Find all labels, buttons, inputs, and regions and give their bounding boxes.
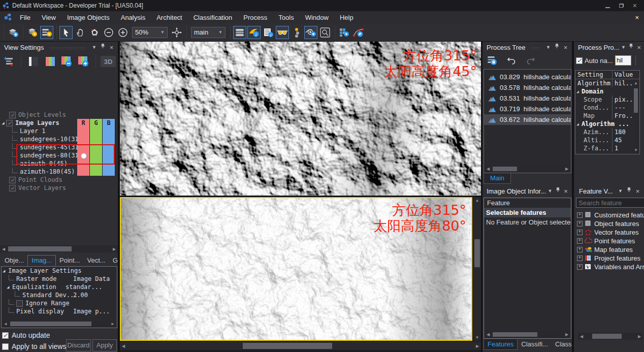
checkbox[interactable] (16, 300, 23, 307)
zoom-region-button[interactable] (88, 26, 101, 39)
chevron-down-icon[interactable]: ▼ (546, 187, 554, 196)
map-view-bottom-image-area[interactable]: 方位角315° 太阳高度角80° (120, 197, 472, 341)
chevron-down-icon[interactable]: ▼ (616, 187, 625, 196)
navigate-view-button[interactable] (170, 26, 183, 39)
toolbar-grip[interactable] (334, 26, 336, 39)
vertical-scrollbar[interactable]: ▲ ▼ (633, 80, 639, 153)
scrollbar-track[interactable] (633, 86, 639, 147)
tab-image[interactable]: Imag... (27, 255, 56, 266)
expander-icon[interactable]: ◢ (575, 89, 582, 94)
menu-image-objects[interactable]: Image Objects (61, 14, 115, 21)
feature-group[interactable]: + Customized features (576, 211, 644, 219)
scrollbar-thumb[interactable] (634, 88, 638, 113)
viewer-horizontal-scrollbar[interactable]: ◀ ▶ (120, 342, 481, 350)
toolbar-grip[interactable] (185, 26, 187, 39)
channel-cell[interactable] (77, 168, 90, 176)
channel-cell[interactable] (77, 151, 90, 159)
menu-classification[interactable]: Classification (188, 14, 238, 21)
new-workspace-button[interactable] (7, 26, 20, 39)
toggle-3d-button[interactable]: 3D (101, 56, 116, 67)
channel-cell[interactable] (103, 168, 115, 176)
scrollbar-track[interactable] (585, 333, 636, 340)
close-document-icon[interactable]: × (635, 14, 639, 21)
menu-analysis[interactable]: Analysis (115, 14, 151, 21)
expand-plus-icon[interactable]: + (577, 230, 583, 235)
expand-plus-icon[interactable]: + (577, 212, 583, 218)
channel-cell[interactable] (90, 151, 103, 159)
object-hierarchy-button[interactable] (290, 26, 303, 39)
vertical-scrollbar[interactable]: ▲ ▼ (473, 197, 481, 341)
process-tree-tab-main[interactable]: Main (484, 173, 511, 184)
channel-cell[interactable] (77, 159, 90, 168)
scrollbar-track[interactable] (9, 321, 109, 327)
map-view-bottom[interactable]: 方位角315° 太阳高度角80° ▲ ▼ (120, 197, 481, 341)
tab-classification[interactable]: Classifi... (518, 339, 552, 349)
expand-plus-icon[interactable]: + (577, 238, 583, 244)
prop-row[interactable]: Azim... 180 (575, 128, 639, 136)
panel-drag-handle[interactable] (49, 47, 86, 50)
scrollbar-track[interactable] (492, 331, 563, 338)
expander-icon[interactable]: ◢ (0, 120, 6, 125)
tree-item-vector-layers[interactable]: ✓ Vector Layers (0, 184, 118, 192)
channel-cell[interactable] (77, 143, 90, 151)
checkbox[interactable]: ✓ (9, 185, 16, 191)
prop-group-row[interactable]: ◢ Algorithm ... (575, 120, 639, 128)
close-icon[interactable]: × (562, 187, 570, 196)
process-item-selected[interactable]: 03.672 hillshade calculation (484, 114, 571, 125)
checkbox[interactable]: ✓ (6, 120, 13, 126)
channel-cell[interactable] (103, 151, 115, 159)
horizontal-scrollbar[interactable]: ◀ ▶ (485, 166, 570, 172)
scrollbar-thumb[interactable] (493, 332, 537, 337)
menu-tools[interactable]: Tools (273, 14, 299, 21)
scroll-right-icon[interactable]: ▶ (636, 333, 643, 340)
chevron-down-icon[interactable]: ▼ (90, 43, 99, 52)
previous-layer-button[interactable] (60, 55, 74, 68)
horizontal-scrollbar[interactable]: ◀ ▶ (578, 333, 643, 340)
prop-row[interactable]: Algorithm hil... (575, 79, 639, 87)
process-name-input[interactable] (615, 55, 631, 66)
channel-cell[interactable] (90, 135, 103, 143)
workspace-list-button[interactable] (40, 26, 53, 39)
expander-icon[interactable]: ◢ (3, 268, 8, 273)
menu-window[interactable]: Window (300, 14, 334, 21)
pin-icon[interactable] (625, 187, 633, 196)
scroll-down-icon[interactable]: ▼ (633, 147, 639, 153)
expander-icon[interactable]: ◢ (7, 284, 12, 290)
menu-process[interactable]: Process (238, 14, 273, 21)
minimize-button[interactable] (605, 2, 610, 10)
prop-row[interactable]: Z-fa... 1 (575, 144, 639, 152)
channel-cell[interactable] (77, 135, 90, 143)
scroll-up-icon[interactable]: ▲ (474, 197, 481, 204)
scrollbar-thumb[interactable] (493, 167, 517, 171)
prop-row[interactable]: Scope pix... (575, 95, 639, 104)
toolbar-grip[interactable] (20, 55, 22, 68)
scrollbar-thumb[interactable] (10, 322, 91, 326)
channel-cell[interactable] (103, 143, 115, 151)
chevron-down-icon[interactable]: ▼ (544, 43, 553, 52)
checkbox[interactable]: ✓ (9, 177, 16, 183)
auto-update-checkbox[interactable]: ✓ (2, 332, 9, 339)
open-workspace-button[interactable] (26, 26, 39, 39)
restore-button[interactable] (619, 4, 624, 8)
panel-drag-handle[interactable] (531, 47, 540, 50)
horizontal-scrollbar[interactable]: ◀ ▶ (2, 321, 116, 327)
tree-item-object-levels[interactable]: ✓ Object Levels (0, 111, 118, 119)
pan-hand-button[interactable] (74, 26, 87, 39)
tab-object[interactable]: Obje... (1, 255, 27, 266)
prop-root-row[interactable]: ◢ Image Layer Settings (2, 267, 117, 275)
close-icon[interactable]: × (107, 43, 116, 52)
apply-all-checkbox[interactable] (2, 343, 9, 350)
search-input[interactable] (576, 198, 644, 208)
scroll-up-icon[interactable]: ▲ (633, 80, 639, 86)
view-selector-combo[interactable]: main ▼ (191, 27, 226, 38)
scrollbar-track[interactable] (473, 204, 481, 334)
scroll-left-icon[interactable]: ◀ (0, 246, 7, 252)
toolbar-grip[interactable] (229, 26, 231, 39)
prop-row[interactable]: Cond... --- (575, 104, 639, 112)
prop-row[interactable]: Alti... 45 (575, 136, 639, 144)
prop-row[interactable]: Standard Dev... 2.00 (2, 291, 117, 299)
channel-cell[interactable] (90, 159, 103, 168)
tab-point[interactable]: Point... (56, 255, 83, 266)
pin-icon[interactable] (627, 43, 635, 52)
close-icon[interactable]: × (635, 43, 643, 52)
